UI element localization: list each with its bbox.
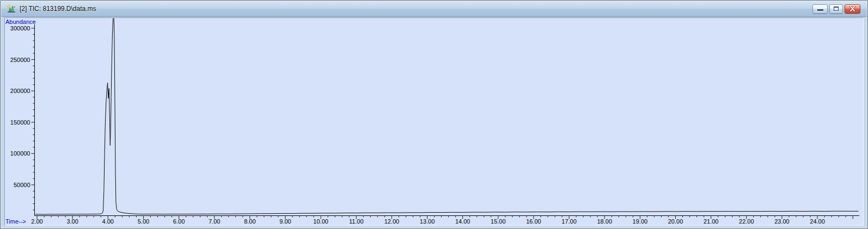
svg-text:14.00: 14.00 xyxy=(455,218,470,225)
svg-text:11.00: 11.00 xyxy=(349,218,364,225)
svg-text:6.00: 6.00 xyxy=(173,218,185,225)
svg-text:3.00: 3.00 xyxy=(66,218,78,225)
svg-text:13.00: 13.00 xyxy=(420,218,435,225)
chromatogram-app-icon xyxy=(7,4,16,13)
svg-text:7.00: 7.00 xyxy=(209,218,220,225)
svg-text:2.00: 2.00 xyxy=(31,218,42,225)
svg-text:150000: 150000 xyxy=(10,119,30,126)
close-icon xyxy=(849,6,855,11)
minimize-button[interactable] xyxy=(812,4,828,14)
svg-text:50000: 50000 xyxy=(14,182,30,188)
restore-button[interactable] xyxy=(829,4,843,14)
svg-text:17.00: 17.00 xyxy=(561,218,577,225)
svg-text:200000: 200000 xyxy=(10,88,30,94)
svg-text:20.00: 20.00 xyxy=(668,218,683,225)
svg-text:5.00: 5.00 xyxy=(138,218,149,225)
tic-trace xyxy=(35,18,859,214)
svg-text:23.00: 23.00 xyxy=(774,218,790,225)
svg-text:22.00: 22.00 xyxy=(739,218,754,225)
svg-text:12.00: 12.00 xyxy=(384,218,400,225)
svg-text:15.00: 15.00 xyxy=(491,218,506,225)
chromatogram-plot: 2.003.004.005.006.007.008.009.0010.0011.… xyxy=(5,18,863,225)
svg-text:21.00: 21.00 xyxy=(704,218,719,225)
svg-text:18.00: 18.00 xyxy=(597,218,612,225)
svg-text:100000: 100000 xyxy=(10,150,30,157)
close-button[interactable] xyxy=(845,4,860,14)
window-controls xyxy=(812,4,860,14)
svg-text:24.00: 24.00 xyxy=(810,218,825,225)
chromatogram-window: [2] TIC: 813199.D\data.ms Abundance Time… xyxy=(0,0,868,229)
svg-text:250000: 250000 xyxy=(10,57,30,63)
svg-text:8.00: 8.00 xyxy=(244,218,255,225)
title-bar[interactable]: [2] TIC: 813199.D\data.ms xyxy=(1,1,867,17)
restore-icon xyxy=(834,7,839,11)
window-title: [2] TIC: 813199.D\data.ms xyxy=(20,5,96,13)
plot-area[interactable]: Abundance Time--> 2.003.004.005.006.007.… xyxy=(4,17,864,226)
svg-text:9.00: 9.00 xyxy=(279,218,291,225)
svg-text:19.00: 19.00 xyxy=(633,218,648,225)
svg-text:4.00: 4.00 xyxy=(102,218,114,225)
svg-text:10.00: 10.00 xyxy=(313,218,328,225)
svg-text:16.00: 16.00 xyxy=(526,218,541,225)
minimize-icon xyxy=(817,9,823,11)
svg-text:300000: 300000 xyxy=(10,25,30,32)
